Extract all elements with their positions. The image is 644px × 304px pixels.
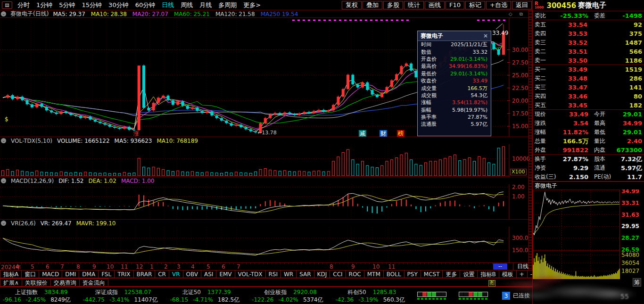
menu-item-日线[interactable]: 日线 <box>158 1 177 9</box>
tab-FSL[interactable]: FSL <box>99 270 115 278</box>
ask-row-卖一[interactable]: 卖一33.501186 <box>533 56 644 65</box>
ask-row-卖二[interactable]: 卖二33.51566 <box>533 47 644 56</box>
svg-text:34.99: 34.99 <box>621 189 639 195</box>
quote-value: 34.99 <box>610 120 642 127</box>
axis-scroll-badge[interactable]: -- <box>493 263 507 270</box>
tab-+[interactable]: + <box>517 270 528 278</box>
popup-row-label: 流通股 <box>421 121 437 128</box>
tab-指标B[interactable]: 指标B <box>478 270 499 278</box>
time-axis-label: 6 <box>222 263 225 270</box>
ask-row-卖五[interactable]: 卖五33.5492 <box>533 20 644 29</box>
time-axis-label: 9 <box>351 263 355 270</box>
svg-text:36054: 36054 <box>621 260 639 266</box>
tab-ASI[interactable]: ASI <box>201 270 216 278</box>
tab-EMV[interactable]: EMV <box>216 270 235 278</box>
index-创业板指[interactable]: 创业板指2920.08-122.26-4.02%5374亿 <box>252 288 323 304</box>
bid-row-买三[interactable]: 买三33.47141 <box>533 83 644 92</box>
tab-SAR[interactable]: SAR <box>297 270 314 278</box>
menu-button-返回[interactable]: 返回 <box>512 1 532 9</box>
menu-item-60分钟[interactable]: 60分钟 <box>132 1 159 9</box>
menu-button-复权[interactable]: 复权 <box>342 1 362 9</box>
volume-chart[interactable]: 10000 X100 <box>0 144 532 177</box>
tab-BRAR[interactable]: BRAR <box>134 270 156 278</box>
ask-row-卖三[interactable]: 卖三33.521487 <box>533 38 644 47</box>
menu-item-分时[interactable]: 分时 <box>14 1 33 9</box>
tab-DMA[interactable]: DMA <box>79 270 99 278</box>
bid-volume: 1519 <box>587 66 642 73</box>
index-北证50[interactable]: 北证501377.39-68.15-4.71%182.5亿 <box>170 288 240 304</box>
menu-button-叠加[interactable]: 叠加 <box>363 1 382 9</box>
menu-button-F10[interactable]: F10 <box>446 1 464 9</box>
connection-status[interactable]: 3已连接 <box>502 292 530 300</box>
menu-item-1分钟[interactable]: 1分钟 <box>33 1 56 9</box>
tab-CCI[interactable]: CCI <box>330 270 346 278</box>
menu-item-月线[interactable]: 月线 <box>196 1 215 9</box>
tab-PSY[interactable]: PSY <box>405 270 421 278</box>
menubar: ▤ 分时1分钟5分钟15分钟30分钟60分钟日线周线月线多周期更多> 复权叠加多… <box>0 0 532 10</box>
tab-VOL-TDX[interactable]: VOL-TDX <box>235 270 266 278</box>
peak-price-label: 33.49 <box>492 30 508 36</box>
menu-item-30分钟[interactable]: 30分钟 <box>105 1 132 9</box>
time-axis-label: 5 <box>206 263 210 270</box>
menu-button-标记[interactable]: 标记 <box>465 1 485 9</box>
tab-KDJ[interactable]: KDJ <box>314 270 330 278</box>
tab-交易查询[interactable]: 交易查询 <box>51 279 80 287</box>
vr-chart[interactable]: 300.0150.0 <box>0 227 532 263</box>
macd-chart[interactable]: 2.001.00 <box>0 184 532 219</box>
tab-设置[interactable]: 设置 <box>460 270 478 278</box>
chart-icon-button[interactable]: 图 <box>488 280 495 287</box>
bid-row-买一[interactable]: 买一33.491519 <box>533 65 644 74</box>
index-科创50[interactable]: 科创501285.83-42.36-3.19%560.3亿 <box>335 288 405 304</box>
menu-item-5分钟[interactable]: 5分钟 <box>56 1 78 9</box>
menu-button-+自选[interactable]: +自选 <box>486 1 511 9</box>
tab-DMI[interactable]: DMI <box>62 270 79 278</box>
popup-row-label: 最高价 <box>421 63 437 70</box>
menu-item-更多>[interactable]: 更多> <box>240 1 264 9</box>
menu-button-多股[interactable]: 多股 <box>383 1 403 9</box>
collapse-icon[interactable]: ⌄ <box>1 178 6 183</box>
menu-item-周线[interactable]: 周线 <box>177 1 196 9</box>
tab-OBV[interactable]: OBV <box>183 270 202 278</box>
index-上证指数[interactable]: 上证指数3834.89-96.16-2.45%8249亿 <box>3 288 71 304</box>
bid-row-买二[interactable]: 买二33.48286 <box>533 74 644 83</box>
tab-WR[interactable]: WR <box>281 270 297 278</box>
tab-模板[interactable]: 模板 <box>499 270 517 278</box>
window-menu-icon[interactable]: ▤ <box>2 1 12 9</box>
tab-VR[interactable]: VR <box>169 270 183 278</box>
quote-label: 净资 <box>535 164 557 172</box>
intraday-chart[interactable]: 34.9933.3131.6329.9528.2726.595408036054… <box>533 189 644 280</box>
ask-price: 33.51 <box>557 48 587 55</box>
tab-关联报价[interactable]: 关联报价 <box>22 279 51 287</box>
tab-TRIX[interactable]: TRIX <box>115 270 133 278</box>
tab-CR[interactable]: CR <box>155 270 169 278</box>
menu-button-画线[interactable]: 画线 <box>425 1 445 9</box>
indicator-label: MACD: 1.00 <box>121 178 155 184</box>
tab-MCST[interactable]: MCST <box>421 270 443 278</box>
menu-item-多周期[interactable]: 多周期 <box>215 1 240 9</box>
bid-row-买五[interactable]: 买五33.45182 <box>533 101 644 110</box>
indicator-label: MAVR: 199.10 <box>76 220 116 227</box>
time-axis[interactable]: 2024年4567891011121234567891011--日线 <box>0 263 532 270</box>
tab-资金流向[interactable]: 资金流向 <box>80 279 108 287</box>
popup-close-icon[interactable]: × <box>483 33 488 39</box>
collapse-icon[interactable]: ⌄ <box>1 11 6 16</box>
menu-item-15分钟[interactable]: 15分钟 <box>79 1 106 9</box>
menu-button-统计[interactable]: 统计 <box>404 1 424 9</box>
tab-MTM[interactable]: MTM <box>364 270 384 278</box>
index-row2: -442.75-3.41%11407亿 <box>83 296 158 304</box>
tab-BOLL[interactable]: BOLL <box>384 270 405 278</box>
collapse-icon[interactable]: ⌄ <box>1 138 6 143</box>
chart-corner-icons[interactable]: ◇ ⧉ <box>509 11 526 17</box>
index-深证成指[interactable]: 深证成指12538.07-442.75-3.41%11407亿 <box>83 288 158 304</box>
tab-ROC[interactable]: ROC <box>346 270 364 278</box>
svg-text:300.0: 300.0 <box>512 235 528 241</box>
collapse-icon[interactable]: ⌄ <box>1 221 6 226</box>
tab-MACD[interactable]: MACD <box>39 270 62 278</box>
tab-扩展∧[interactable]: 扩展∧ <box>0 279 22 287</box>
tab-更多[interactable]: 更多 <box>443 270 460 278</box>
indicator-label: VR: 269.47 <box>41 220 72 227</box>
tab-窗口[interactable]: 窗口 <box>22 270 39 278</box>
tab-RSI[interactable]: RSI <box>266 270 281 278</box>
bid-row-买四[interactable]: 买四33.4680 <box>533 92 644 101</box>
ask-row-卖四[interactable]: 卖四33.53375 <box>533 29 644 38</box>
